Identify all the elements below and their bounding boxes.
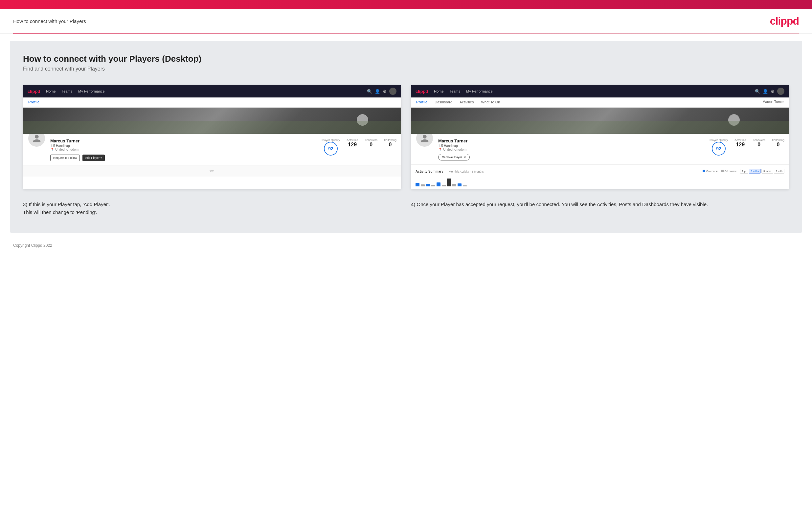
clippd-logo: clippd [770,15,799,27]
remove-player-btn[interactable]: Remove Player ✕ [438,154,470,161]
mock-nav-right-1: 🔍 👤 ⚙ [367,88,397,95]
mock-quality-col-1: Player Quality 92 [321,138,340,156]
mock-banner-2 [411,108,789,134]
time-btn-3mths[interactable]: 3 mths [761,169,773,174]
stat-activities-2: Activities 129 [734,138,746,156]
legend-off-course: Off course [721,170,737,173]
player-location-1: 📍 United Kingdom [50,148,317,151]
captions-row: 3) If this is your Player tap, 'Add Play… [23,201,789,216]
tab-what-to-on-2[interactable]: What To On [480,98,501,107]
close-icon: ✕ [463,156,466,159]
stat-following-1: Following 0 [384,138,397,156]
on-course-dot [703,170,705,172]
settings-icon-1[interactable]: ⚙ [383,89,387,94]
legend-on-course: On course [703,170,718,173]
stat-following-2: Following 0 [772,138,784,156]
mock-nav-teams-1[interactable]: Teams [62,89,72,93]
mock-tabs-2: Profile Dashboard Activities What To On … [411,98,789,108]
mock-nav-2: clippd Home Teams My Performance 🔍 👤 ⚙ [411,85,789,98]
screenshot-1: clippd Home Teams My Performance 🔍 👤 ⚙ P… [23,85,401,189]
activity-header: Activity Summary Monthly Activity · 6 Mo… [415,168,784,174]
mock-nav-left-1: clippd Home Teams My Performance [28,89,105,94]
player-location-2: 📍 United Kingdom [438,148,705,151]
caption-2: 4) Once your Player has accepted your re… [411,201,789,216]
bar-8 [452,184,456,186]
mock-nav-1: clippd Home Teams My Performance 🔍 👤 ⚙ [23,85,401,98]
stat-activities-1: Activities 129 [347,138,358,156]
activity-title-group: Activity Summary Monthly Activity · 6 Mo… [415,168,484,174]
mock-profile-row-1: Marcus Turner 1-5 Handicap 📍 United King… [28,138,397,161]
time-btn-6mths[interactable]: 6 mths [749,169,761,174]
search-icon-1[interactable]: 🔍 [367,89,372,94]
copyright-text: Copyright Clippd 2022 [13,243,52,248]
page-heading: How to connect with your Players (Deskto… [23,54,789,64]
quality-circle-2: 92 [712,142,726,156]
header-divider [13,34,799,34]
mock-tabs-1: Profile [23,98,401,108]
activity-legend: On course Off course [703,170,737,173]
screenshot-2: clippd Home Teams My Performance 🔍 👤 ⚙ P… [411,85,789,189]
person-icon-2[interactable]: 👤 [763,89,768,94]
mock-logo-2: clippd [415,89,428,94]
footer: Copyright Clippd 2022 [0,239,812,252]
activity-title: Activity Summary [415,170,443,173]
bar-6 [442,185,446,186]
bar-10 [463,185,467,186]
mock-stats-row-2: Player Quality 92 Activities 129 Followe… [710,138,784,156]
mock-quality-col-2: Player Quality 92 [710,138,728,156]
mock-nav-home-2[interactable]: Home [434,89,444,93]
mock-logo-1: clippd [28,89,40,94]
player-handicap-2: 1-5 Handicap [438,144,705,148]
player-name-1: Marcus Turner [50,138,317,144]
bar-7 [447,178,451,186]
bar-2 [421,184,425,186]
page-subheading: Find and connect with your Players [23,66,789,72]
bar-9 [458,183,461,186]
tab-dashboard-2[interactable]: Dashboard [434,98,453,107]
person-icon-1[interactable]: 👤 [375,89,380,94]
caption-1-text: 3) If this is your Player tap, 'Add Play… [23,202,110,215]
player-name-2: Marcus Turner [438,138,705,144]
mock-banner-1 [23,108,401,134]
caption-2-text: 4) Once your Player has accepted your re… [411,202,708,207]
on-course-label: On course [706,170,718,173]
mock-profile-row-2: Marcus Turner 1-5 Handicap 📍 United King… [415,138,784,161]
time-btn-1mth[interactable]: 1 mth [774,169,784,174]
settings-icon-2[interactable]: ⚙ [771,89,774,94]
mock-banner-img-2 [411,108,789,134]
bar-1 [415,183,419,186]
player-handicap-1: 1-5 Handicap [50,144,317,148]
quality-label-2: Player Quality [710,138,728,142]
quality-label-1: Player Quality [321,138,340,142]
mock-nav-left-2: clippd Home Teams My Performance [415,89,493,94]
add-player-btn[interactable]: Add Player + [83,155,105,161]
header: How to connect with your Players clippd [0,9,812,34]
tab-profile-2[interactable]: Profile [415,98,428,107]
activity-bar-chart [415,177,784,186]
tab-profile-1[interactable]: Profile [28,98,40,107]
bar-4 [431,185,435,186]
mock-nav-teams-2[interactable]: Teams [450,89,460,93]
eye-icon-1: ✏ [210,167,214,175]
nav-avatar-2[interactable] [777,88,784,95]
mock-nav-performance-2[interactable]: My Performance [466,89,493,93]
main-content: How to connect with your Players (Deskto… [10,41,802,233]
mock-nav-home-1[interactable]: Home [46,89,55,93]
time-btn-1yr[interactable]: 1 yr [740,169,748,174]
mock-nav-right-2: 🔍 👤 ⚙ [755,88,784,95]
mock-buttons-1: Request to Follow Add Player + [50,155,317,161]
bar-5 [437,182,441,186]
nav-avatar-1[interactable] [389,88,397,95]
top-bar [0,0,812,9]
mock-nav-performance-1[interactable]: My Performance [78,89,105,93]
quality-circle-1: 92 [324,142,338,156]
tab-marcus-dropdown[interactable]: Marcus Turner [762,98,784,107]
request-follow-btn[interactable]: Request to Follow [50,155,80,161]
mock-screenshot-overlay-1: ✏ [23,165,401,177]
tab-activities-2[interactable]: Activities [459,98,474,107]
off-course-label: Off course [725,170,737,173]
bar-3 [426,184,430,186]
mock-banner-img-1 [23,108,401,134]
search-icon-2[interactable]: 🔍 [755,89,760,94]
mock-activity-bar: Activity Summary Monthly Activity · 6 Mo… [411,164,789,189]
